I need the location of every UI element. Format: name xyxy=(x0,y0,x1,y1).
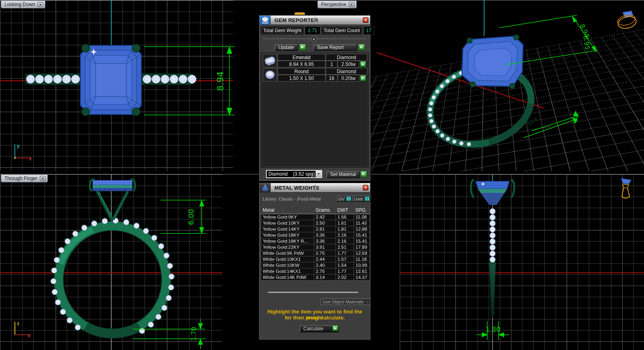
cell: 1.77 xyxy=(336,250,354,256)
chevron-down-icon[interactable]: ▼ xyxy=(40,176,46,181)
viewport-tab-looking-down[interactable]: Looking Down ▼ xyxy=(1,1,45,8)
gem-count: 16 xyxy=(326,75,337,82)
use-object-materials-toggle[interactable]: Use Object Materials ○ xyxy=(321,299,370,305)
cell: 3.14 xyxy=(314,274,336,280)
gem-row-emerald[interactable]: Emerald 8.94 X 6.95 Diamond 1 2.50tw ▶ xyxy=(263,54,367,68)
total-gem-count-value: 17 xyxy=(364,27,374,35)
cell: 3.36 xyxy=(314,238,336,244)
save-report-run-icon[interactable]: ▶ xyxy=(358,44,365,50)
chevron-down-icon[interactable]: ▼ xyxy=(315,171,321,177)
rollup-button[interactable]: ▲ xyxy=(311,36,317,42)
set-material-button[interactable]: Set Material xyxy=(327,170,360,178)
cell: 12.88 xyxy=(354,226,370,232)
close-icon[interactable]: × xyxy=(363,185,368,190)
metal-table-header: Metal Grams DWT SPG xyxy=(261,207,370,214)
gv-button[interactable]: GV I xyxy=(337,196,353,202)
table-row[interactable]: Yellow Gold:10KY2.501.6111.43 xyxy=(261,220,370,226)
gem-run-icon[interactable]: ▶ xyxy=(360,75,366,81)
cell: Yellow Gold:14KY xyxy=(261,226,314,232)
gem-material: Diamond xyxy=(326,54,367,61)
cell: 2.81 xyxy=(314,226,336,232)
gem-size: 1.50 X 1.50 xyxy=(278,75,325,82)
dim-label: 1.70 xyxy=(190,327,198,341)
material-select[interactable]: Diamond (3.52 spg) ▼ xyxy=(266,170,322,178)
viewport-ring-icon xyxy=(617,11,638,30)
cell: 11.43 xyxy=(354,220,370,226)
total-gem-count-label: Total Gem Count xyxy=(321,27,362,35)
metal-weights-icon xyxy=(260,183,271,192)
titlebar-divider xyxy=(315,16,315,24)
viewport-tab-label: Perspective xyxy=(321,2,346,7)
gem-weight: 2.50tw xyxy=(338,61,359,68)
table-row[interactable]: White Gold:9K PdW2.751.7712.59 xyxy=(261,250,370,256)
user-label: User xyxy=(354,196,363,201)
gem-reporter-titlebar[interactable]: GEM REPORTER × xyxy=(260,16,370,25)
use-object-materials-label: Use Object Materials xyxy=(323,299,364,304)
table-row[interactable]: Yellow Gold:14KY2.811.8112.88 xyxy=(261,226,370,232)
cell: 12.59 xyxy=(354,250,370,256)
dim-label: 6.95 xyxy=(582,35,591,50)
table-row[interactable]: Yellow Gold:9KY2.421.5611.08 xyxy=(261,214,370,220)
cell: 14.37 xyxy=(354,274,370,280)
viewport-tab-through-finger[interactable]: Through Finger ▼ xyxy=(1,175,48,182)
axis-gizmo: y x xyxy=(14,143,32,162)
user-button[interactable]: User I xyxy=(352,196,371,202)
calculate-run-icon[interactable]: ▶ xyxy=(332,325,338,331)
table-row[interactable]: White Gold:14K PdW3.142.0214.37 xyxy=(261,274,370,280)
band-stones xyxy=(489,209,496,262)
gem-material: Diamond xyxy=(326,68,367,75)
viewport-tab-perspective[interactable]: Perspective ▼ xyxy=(317,1,357,8)
viewport-ring-icon xyxy=(621,178,631,198)
cell: 11.08 xyxy=(354,214,370,220)
gem-table xyxy=(474,48,512,76)
prong-head xyxy=(471,180,514,205)
cell: 2.16 xyxy=(336,238,354,244)
radio-icon[interactable]: ○ xyxy=(366,300,368,304)
cell: 2.42 xyxy=(314,214,336,220)
close-icon[interactable]: × xyxy=(363,17,368,23)
cell: Yellow Gold:18KY xyxy=(261,232,314,238)
table-row[interactable]: White Gold:14KX12.751.7712.61 xyxy=(261,268,370,274)
cell: 2.16 xyxy=(336,232,354,238)
horizontal-scrollbar[interactable] xyxy=(268,292,358,293)
cell: 2.75 xyxy=(314,268,336,274)
viewport-border-top xyxy=(0,0,644,0)
dimension-6-00: 6.00 xyxy=(161,200,206,233)
gem-run-icon[interactable]: ▶ xyxy=(360,61,366,67)
col-spg: SPG xyxy=(354,207,370,214)
table-row[interactable]: Yellow Gold:18KY3.362.1615.41 xyxy=(261,232,370,238)
toolbar-icon-partial xyxy=(294,12,305,15)
gem-shape: Emerald xyxy=(278,54,325,61)
table-row[interactable]: White Gold:10KX12.441.5711.18 xyxy=(261,256,370,262)
gem-shape: Round xyxy=(278,68,325,75)
dim-label: 1.80 xyxy=(485,325,501,334)
gv-toggle-icon[interactable]: I xyxy=(346,196,351,201)
cell: 1.54 xyxy=(336,262,354,268)
cell: 3.36 xyxy=(314,232,336,238)
cell: Yellow Gold:9KY xyxy=(261,214,314,220)
col-grams: Grams xyxy=(314,207,336,214)
metal-weights-titlebar[interactable]: METAL WEIGHTS × xyxy=(260,183,370,192)
metal-table-wrap[interactable]: Metal Grams DWT SPG Yellow Gold:9KY2.421… xyxy=(261,207,370,285)
gem-row-round[interactable]: Round 1.50 X 1.50 Diamond 16 0.20tw ▶ xyxy=(263,68,367,82)
user-toggle-icon[interactable]: I xyxy=(365,196,370,201)
chevron-down-icon[interactable]: ▼ xyxy=(37,2,43,7)
app-root: 8.94 y x Looking Down ▼ xyxy=(0,0,644,350)
material-selected-value: Diamond (3.52 spg) xyxy=(267,171,315,177)
cell: 1.81 xyxy=(336,226,354,232)
gv-label: GV xyxy=(338,196,345,201)
save-report-button[interactable]: Save Report xyxy=(313,43,357,51)
cell: Yellow Gold:18KY R... xyxy=(261,238,314,244)
table-row[interactable]: Yellow Gold:18KY R...3.362.1615.41 xyxy=(261,238,370,244)
update-button[interactable]: Update xyxy=(275,43,298,51)
gem-table xyxy=(96,63,126,96)
update-run-icon[interactable]: ▶ xyxy=(299,44,306,50)
prong-head xyxy=(90,179,135,219)
cell: 2.44 xyxy=(314,256,336,262)
cell: 2.50 xyxy=(314,220,336,226)
table-row[interactable]: Yellow Gold:22KY3.912.5117.89 xyxy=(261,244,370,250)
table-row[interactable]: White Gold:10KW2.401.5410.99 xyxy=(261,262,370,268)
gem-weight: 0.20tw xyxy=(338,75,359,82)
set-material-run-icon[interactable]: ▶ xyxy=(360,171,367,177)
chevron-down-icon[interactable]: ▼ xyxy=(349,2,355,7)
